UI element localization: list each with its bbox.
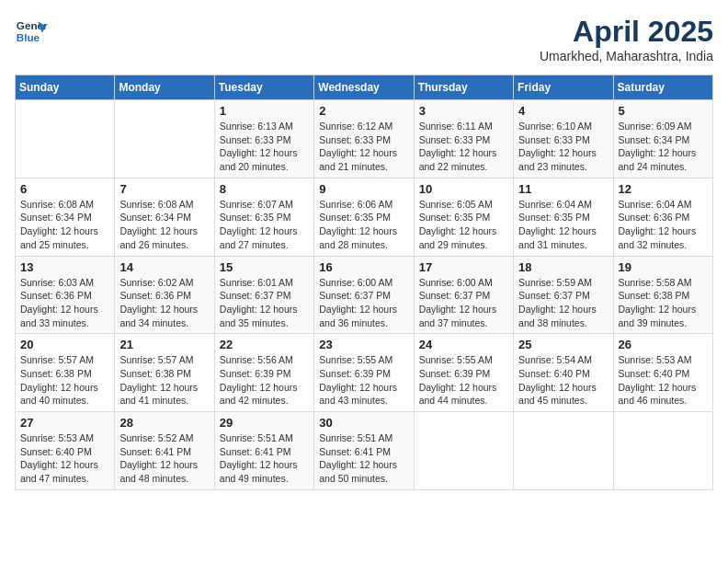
calendar-cell: 13Sunrise: 6:03 AMSunset: 6:36 PMDayligh… <box>16 256 115 334</box>
calendar-cell: 7Sunrise: 6:08 AMSunset: 6:34 PMDaylight… <box>115 178 214 256</box>
day-detail: Sunrise: 6:10 AMSunset: 6:33 PMDaylight:… <box>518 120 608 174</box>
day-number: 28 <box>119 416 209 430</box>
calendar-cell <box>514 412 613 490</box>
day-number: 16 <box>319 260 408 274</box>
header-cell-monday: Monday <box>115 75 214 100</box>
day-number: 7 <box>119 182 209 196</box>
calendar-cell: 26Sunrise: 5:53 AMSunset: 6:40 PMDayligh… <box>613 334 712 412</box>
day-number: 8 <box>220 182 309 196</box>
calendar-cell: 28Sunrise: 5:52 AMSunset: 6:41 PMDayligh… <box>115 412 214 490</box>
logo-icon: General Blue <box>15 15 48 48</box>
header-cell-thursday: Thursday <box>414 75 513 100</box>
header-cell-saturday: Saturday <box>613 75 712 100</box>
day-detail: Sunrise: 5:52 AMSunset: 6:41 PMDaylight:… <box>119 431 209 486</box>
location-subtitle: Umarkhed, Maharashtra, India <box>540 49 713 63</box>
day-number: 18 <box>518 260 608 274</box>
header-cell-sunday: Sunday <box>16 75 115 100</box>
day-detail: Sunrise: 5:57 AMSunset: 6:38 PMDaylight:… <box>20 353 109 408</box>
day-detail: Sunrise: 6:09 AMSunset: 6:34 PMDaylight:… <box>619 120 708 174</box>
day-detail: Sunrise: 5:53 AMSunset: 6:40 PMDaylight:… <box>619 353 708 408</box>
day-detail: Sunrise: 5:53 AMSunset: 6:40 PMDaylight:… <box>20 431 109 486</box>
day-number: 24 <box>419 338 508 351</box>
day-detail: Sunrise: 6:13 AMSunset: 6:33 PMDaylight:… <box>220 120 309 174</box>
day-number: 20 <box>20 338 109 351</box>
day-number: 23 <box>319 338 408 351</box>
title-area: April 2025 Umarkhed, Maharashtra, India <box>540 15 713 63</box>
header-cell-wednesday: Wednesday <box>314 75 414 100</box>
day-number: 30 <box>319 416 408 430</box>
calendar-cell: 29Sunrise: 5:51 AMSunset: 6:41 PMDayligh… <box>214 412 313 490</box>
day-number: 9 <box>319 182 408 196</box>
day-number: 25 <box>518 338 608 351</box>
day-number: 10 <box>419 182 508 196</box>
day-detail: Sunrise: 6:00 AMSunset: 6:37 PMDaylight:… <box>319 276 408 330</box>
day-number: 2 <box>319 104 408 118</box>
day-detail: Sunrise: 5:58 AMSunset: 6:38 PMDaylight:… <box>619 276 708 330</box>
day-detail: Sunrise: 6:07 AMSunset: 6:35 PMDaylight:… <box>220 198 309 252</box>
day-number: 21 <box>119 338 209 351</box>
day-number: 5 <box>619 104 708 118</box>
day-number: 15 <box>220 260 309 274</box>
day-number: 26 <box>619 338 708 351</box>
calendar-cell: 2Sunrise: 6:12 AMSunset: 6:33 PMDaylight… <box>314 100 414 178</box>
day-detail: Sunrise: 6:02 AMSunset: 6:36 PMDaylight:… <box>119 276 209 330</box>
calendar-body: 1Sunrise: 6:13 AMSunset: 6:33 PMDaylight… <box>16 100 713 490</box>
day-detail: Sunrise: 5:54 AMSunset: 6:40 PMDaylight:… <box>518 353 608 408</box>
calendar-cell: 18Sunrise: 5:59 AMSunset: 6:37 PMDayligh… <box>514 256 613 334</box>
day-number: 12 <box>619 182 708 196</box>
day-detail: Sunrise: 6:04 AMSunset: 6:36 PMDaylight:… <box>619 198 708 252</box>
calendar-cell <box>115 100 214 178</box>
day-number: 17 <box>419 260 508 274</box>
calendar-cell: 3Sunrise: 6:11 AMSunset: 6:33 PMDaylight… <box>414 100 513 178</box>
day-detail: Sunrise: 6:08 AMSunset: 6:34 PMDaylight:… <box>119 198 209 252</box>
day-number: 13 <box>20 260 109 274</box>
calendar-cell: 12Sunrise: 6:04 AMSunset: 6:36 PMDayligh… <box>613 178 712 256</box>
calendar-cell: 24Sunrise: 5:55 AMSunset: 6:39 PMDayligh… <box>414 334 513 412</box>
header-cell-friday: Friday <box>514 75 613 100</box>
calendar-cell: 21Sunrise: 5:57 AMSunset: 6:38 PMDayligh… <box>115 334 214 412</box>
day-number: 1 <box>220 104 309 118</box>
calendar-header-row: SundayMondayTuesdayWednesdayThursdayFrid… <box>16 75 713 100</box>
day-detail: Sunrise: 5:55 AMSunset: 6:39 PMDaylight:… <box>419 353 508 408</box>
day-number: 19 <box>619 260 708 274</box>
calendar-table: SundayMondayTuesdayWednesdayThursdayFrid… <box>15 75 713 490</box>
calendar-cell: 14Sunrise: 6:02 AMSunset: 6:36 PMDayligh… <box>115 256 214 334</box>
day-detail: Sunrise: 5:56 AMSunset: 6:39 PMDaylight:… <box>220 353 309 408</box>
day-number: 4 <box>518 104 608 118</box>
calendar-cell: 16Sunrise: 6:00 AMSunset: 6:37 PMDayligh… <box>314 256 414 334</box>
day-detail: Sunrise: 5:55 AMSunset: 6:39 PMDaylight:… <box>319 353 408 408</box>
day-detail: Sunrise: 6:06 AMSunset: 6:35 PMDaylight:… <box>319 198 408 252</box>
week-row-1: 6Sunrise: 6:08 AMSunset: 6:34 PMDaylight… <box>16 178 713 256</box>
day-detail: Sunrise: 6:12 AMSunset: 6:33 PMDaylight:… <box>319 120 408 174</box>
calendar-cell: 1Sunrise: 6:13 AMSunset: 6:33 PMDaylight… <box>214 100 313 178</box>
calendar-cell: 17Sunrise: 6:00 AMSunset: 6:37 PMDayligh… <box>414 256 513 334</box>
day-number: 3 <box>419 104 508 118</box>
day-detail: Sunrise: 6:11 AMSunset: 6:33 PMDaylight:… <box>419 120 508 174</box>
day-number: 29 <box>220 416 309 430</box>
day-detail: Sunrise: 5:57 AMSunset: 6:38 PMDaylight:… <box>119 353 209 408</box>
day-number: 22 <box>220 338 309 351</box>
week-row-0: 1Sunrise: 6:13 AMSunset: 6:33 PMDaylight… <box>16 100 713 178</box>
day-detail: Sunrise: 5:51 AMSunset: 6:41 PMDaylight:… <box>319 431 408 486</box>
logo: General Blue <box>15 15 51 48</box>
calendar-cell: 11Sunrise: 6:04 AMSunset: 6:35 PMDayligh… <box>514 178 613 256</box>
day-detail: Sunrise: 5:59 AMSunset: 6:37 PMDaylight:… <box>518 276 608 330</box>
day-number: 6 <box>20 182 109 196</box>
day-detail: Sunrise: 6:08 AMSunset: 6:34 PMDaylight:… <box>20 198 109 252</box>
week-row-4: 27Sunrise: 5:53 AMSunset: 6:40 PMDayligh… <box>16 412 713 490</box>
month-title: April 2025 <box>540 15 713 49</box>
calendar-cell: 10Sunrise: 6:05 AMSunset: 6:35 PMDayligh… <box>414 178 513 256</box>
calendar-cell: 4Sunrise: 6:10 AMSunset: 6:33 PMDaylight… <box>514 100 613 178</box>
day-detail: Sunrise: 5:51 AMSunset: 6:41 PMDaylight:… <box>220 431 309 486</box>
calendar-cell: 27Sunrise: 5:53 AMSunset: 6:40 PMDayligh… <box>16 412 115 490</box>
week-row-2: 13Sunrise: 6:03 AMSunset: 6:36 PMDayligh… <box>16 256 713 334</box>
week-row-3: 20Sunrise: 5:57 AMSunset: 6:38 PMDayligh… <box>16 334 713 412</box>
svg-text:Blue: Blue <box>17 31 40 43</box>
calendar-cell: 5Sunrise: 6:09 AMSunset: 6:34 PMDaylight… <box>613 100 712 178</box>
day-detail: Sunrise: 6:01 AMSunset: 6:37 PMDaylight:… <box>220 276 309 330</box>
day-detail: Sunrise: 6:04 AMSunset: 6:35 PMDaylight:… <box>518 198 608 252</box>
calendar-cell: 6Sunrise: 6:08 AMSunset: 6:34 PMDaylight… <box>16 178 115 256</box>
day-number: 27 <box>20 416 109 430</box>
day-number: 14 <box>119 260 209 274</box>
calendar-cell <box>613 412 712 490</box>
